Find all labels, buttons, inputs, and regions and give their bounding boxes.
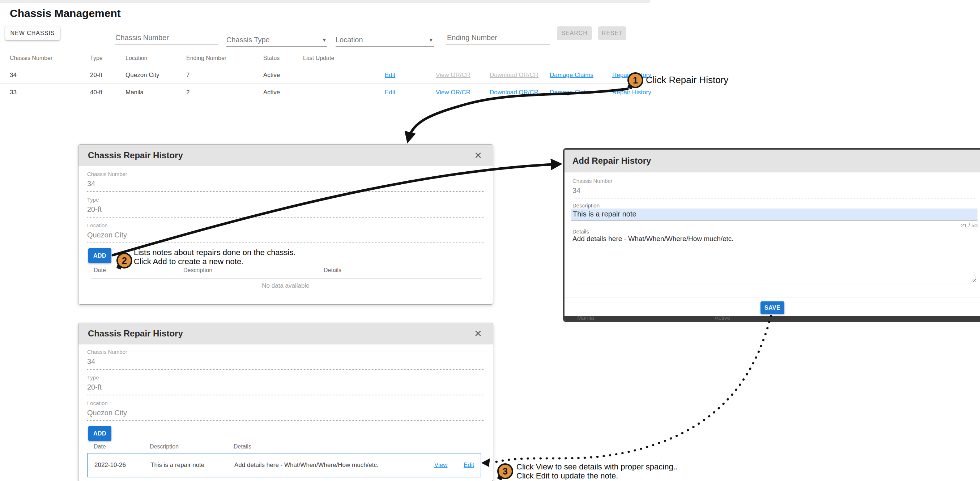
arrow-step1 — [408, 89, 627, 140]
save-button[interactable]: SAVE — [760, 302, 784, 314]
cell-chassis-number: 34 — [10, 71, 17, 79]
step-2-note-line1: Lists notes about repairs done on the ch… — [134, 248, 296, 257]
mini-col-details: Details — [324, 267, 341, 273]
add-repair-note-button[interactable]: ADD — [88, 248, 111, 263]
damage-claims-link[interactable]: Damage Claims — [550, 71, 593, 79]
edit-link[interactable]: Edit — [385, 71, 395, 79]
chevron-down-icon: ▾ — [429, 33, 433, 47]
col-header-location: Location — [126, 55, 148, 62]
step-3-note: Click View to see details with proper sp… — [516, 462, 678, 480]
close-icon[interactable]: ✕ — [474, 151, 482, 160]
field-value: 20-ft — [87, 205, 484, 214]
type-field: Type 20-ft — [87, 197, 484, 217]
char-counter: 21 / 50 — [905, 222, 977, 229]
step-number: 3 — [503, 466, 508, 477]
cell-status: Active — [263, 89, 280, 96]
chassis-type-placeholder: Chassis Type — [226, 36, 270, 44]
step-number: 2 — [122, 256, 127, 266]
type-field: Type 20-ft — [87, 375, 484, 395]
note-details: Add details here - What/When/Where/How m… — [234, 462, 379, 469]
details-textarea[interactable]: Add details here - What/When/Where/How m… — [573, 235, 977, 283]
dialog-title: Chassis Repair History — [88, 329, 183, 339]
chassis-type-select[interactable]: Chassis Type ▾ — [226, 33, 327, 47]
arrow-step3-dotted — [496, 316, 771, 462]
view-note-link[interactable]: View — [434, 462, 448, 469]
window-edge-strip — [0, 0, 650, 3]
page-title: Chassis Management — [10, 7, 121, 19]
no-data-text: No data available — [78, 282, 493, 289]
mini-col-description: Description — [183, 267, 212, 273]
col-header-chassis-number: Chassis Number — [10, 55, 52, 62]
col-header-ending-number: Ending Number — [186, 55, 226, 62]
chassis-number-filter-input[interactable] — [115, 33, 218, 44]
cell-ending-number: 2 — [186, 89, 189, 96]
step-1-badge: 1 — [627, 72, 643, 88]
col-header-type: Type — [90, 55, 103, 62]
dialog-title: Add Repair History — [573, 156, 651, 166]
view-orcr-link[interactable]: View OR/CR — [436, 89, 471, 96]
cell-location: Manila — [126, 89, 143, 96]
description-label: Description — [573, 202, 600, 208]
cell-chassis-number: 33 — [10, 89, 17, 96]
mini-col-date: Date — [94, 267, 106, 273]
close-icon[interactable]: ✕ — [474, 329, 482, 338]
chassis-number-field: Chassis Number 34 — [573, 178, 977, 198]
resize-handle-icon[interactable] — [971, 277, 976, 282]
dialog-title-bar: Add Repair History — [565, 149, 980, 172]
col-header-status: Status — [263, 55, 280, 62]
location-select[interactable]: Location ▾ — [336, 33, 434, 47]
damage-claims-link[interactable]: Damage Claims — [550, 89, 593, 96]
mini-col-date: Date — [94, 443, 106, 450]
add-repair-note-button[interactable]: ADD — [88, 426, 111, 441]
step-3-badge: 3 — [497, 463, 513, 479]
dialog-footer-divider — [565, 297, 980, 297]
field-label: Location — [87, 400, 484, 406]
step-3-note-line1: Click View to see details with proper sp… — [516, 462, 678, 471]
cell-type: 40-ft — [90, 89, 102, 96]
edit-link[interactable]: Edit — [385, 89, 395, 96]
dialog-title: Chassis Repair History — [88, 150, 183, 160]
col-header-last-update: Last Update — [303, 55, 334, 62]
chevron-down-icon: ▾ — [323, 33, 326, 47]
mini-col-description: Description — [150, 443, 179, 450]
add-repair-history-dialog: Add Repair History Chassis Number 34 Des… — [563, 148, 980, 322]
view-orcr-link: View OR/CR — [436, 71, 471, 79]
step-3-note-line2: Click Edit to update the note. — [516, 471, 678, 480]
dialog-title-bar: Chassis Repair History ✕ — [78, 323, 493, 344]
new-chassis-button[interactable]: NEW CHASSIS — [5, 26, 60, 40]
location-placeholder: Location — [336, 36, 363, 44]
field-value: 34 — [87, 179, 484, 188]
chassis-number-field: Chassis Number 34 — [87, 349, 484, 370]
backdrop-text: Manila — [577, 316, 594, 321]
field-label: Chassis Number — [573, 178, 977, 184]
field-value: 34 — [573, 186, 977, 195]
step-1-note: Click Repair History — [646, 75, 728, 86]
download-orcr-link[interactable]: Download OR/CR — [490, 89, 538, 96]
description-input[interactable]: This is a repair note — [571, 208, 977, 221]
mini-table-divider — [91, 278, 482, 279]
field-label: Type — [87, 197, 484, 203]
reset-button[interactable]: RESET — [598, 26, 626, 40]
description-value: This is a repair note — [571, 208, 636, 220]
repair-history-link[interactable]: Repair History — [612, 89, 651, 96]
chassis-repair-history-dialog-empty: Chassis Repair History ✕ Chassis Number … — [78, 144, 493, 305]
edit-note-link[interactable]: Edit — [464, 462, 474, 469]
table-divider — [0, 101, 650, 101]
download-orcr-link: Download OR/CR — [490, 71, 538, 79]
cell-location: Quezon City — [126, 71, 159, 79]
step-2-badge: 2 — [116, 252, 132, 268]
details-value: Add details here - What/When/Where/How m… — [573, 235, 734, 243]
chassis-number-field: Chassis Number 34 — [87, 171, 484, 192]
cell-ending-number: 7 — [186, 71, 189, 79]
field-label: Chassis Number — [87, 349, 484, 355]
chassis-repair-history-dialog-filled: Chassis Repair History ✕ Chassis Number … — [78, 323, 493, 481]
field-value: Quezon City — [87, 231, 484, 239]
ending-number-filter-input[interactable] — [446, 33, 550, 44]
cell-type: 20-ft — [90, 71, 102, 79]
search-button[interactable]: SEARCH — [557, 26, 592, 40]
field-value: Quezon City — [87, 409, 484, 417]
cell-status: Active — [263, 71, 280, 79]
field-label: Location — [87, 222, 484, 229]
step-2-note-line2: Click Add to create a new note. — [134, 257, 296, 266]
field-value: 20-ft — [87, 383, 484, 391]
